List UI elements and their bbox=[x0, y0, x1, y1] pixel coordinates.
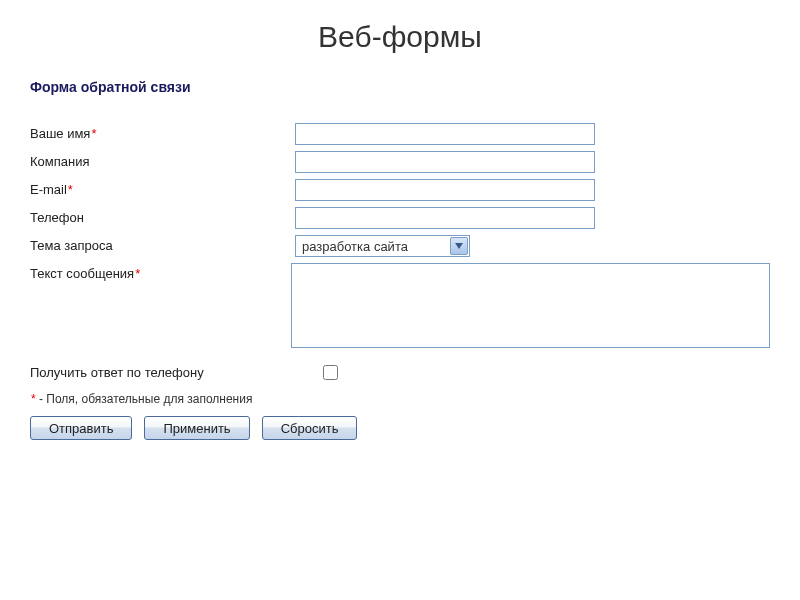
label-phone-text: Телефон bbox=[30, 210, 84, 225]
label-email-text: E-mail bbox=[30, 182, 67, 197]
label-company-text: Компания bbox=[30, 154, 90, 169]
label-name-text: Ваше имя bbox=[30, 126, 90, 141]
page-title: Веб-формы bbox=[30, 20, 770, 54]
field-row-message: Текст сообщения* bbox=[30, 263, 770, 348]
field-row-company: Компания bbox=[30, 151, 770, 173]
topic-select[interactable]: разработка сайта bbox=[295, 235, 470, 257]
field-row-email: E-mail* bbox=[30, 179, 770, 201]
apply-button[interactable]: Применить bbox=[144, 416, 249, 440]
label-email: E-mail* bbox=[30, 179, 295, 197]
label-message: Текст сообщения* bbox=[30, 263, 291, 281]
label-topic: Тема запроса bbox=[30, 235, 295, 253]
label-name: Ваше имя* bbox=[30, 123, 295, 141]
phone-reply-checkbox[interactable] bbox=[323, 365, 338, 380]
name-input[interactable] bbox=[295, 123, 595, 145]
submit-button[interactable]: Отправить bbox=[30, 416, 132, 440]
required-marker: * bbox=[91, 126, 96, 141]
required-marker: * bbox=[135, 266, 140, 281]
label-phone-reply: Получить ответ по телефону bbox=[30, 362, 323, 380]
label-phone-reply-text: Получить ответ по телефону bbox=[30, 365, 204, 380]
field-row-name: Ваше имя* bbox=[30, 123, 770, 145]
required-note: * - Поля, обязательные для заполнения bbox=[30, 392, 770, 406]
required-note-text: - Поля, обязательные для заполнения bbox=[36, 392, 253, 406]
button-row: Отправить Применить Сбросить bbox=[30, 416, 770, 440]
label-company: Компания bbox=[30, 151, 295, 169]
chevron-down-icon bbox=[450, 237, 468, 255]
company-input[interactable] bbox=[295, 151, 595, 173]
reset-button[interactable]: Сбросить bbox=[262, 416, 358, 440]
form-title: Форма обратной связи bbox=[30, 79, 770, 95]
field-row-phone-reply: Получить ответ по телефону bbox=[30, 362, 770, 380]
label-topic-text: Тема запроса bbox=[30, 238, 113, 253]
field-row-phone: Телефон bbox=[30, 207, 770, 229]
label-message-text: Текст сообщения bbox=[30, 266, 134, 281]
label-phone: Телефон bbox=[30, 207, 295, 225]
phone-input[interactable] bbox=[295, 207, 595, 229]
email-input[interactable] bbox=[295, 179, 595, 201]
message-textarea[interactable] bbox=[291, 263, 770, 348]
topic-selected-text: разработка сайта bbox=[302, 239, 408, 254]
required-marker: * bbox=[68, 182, 73, 197]
field-row-topic: Тема запроса разработка сайта bbox=[30, 235, 770, 257]
